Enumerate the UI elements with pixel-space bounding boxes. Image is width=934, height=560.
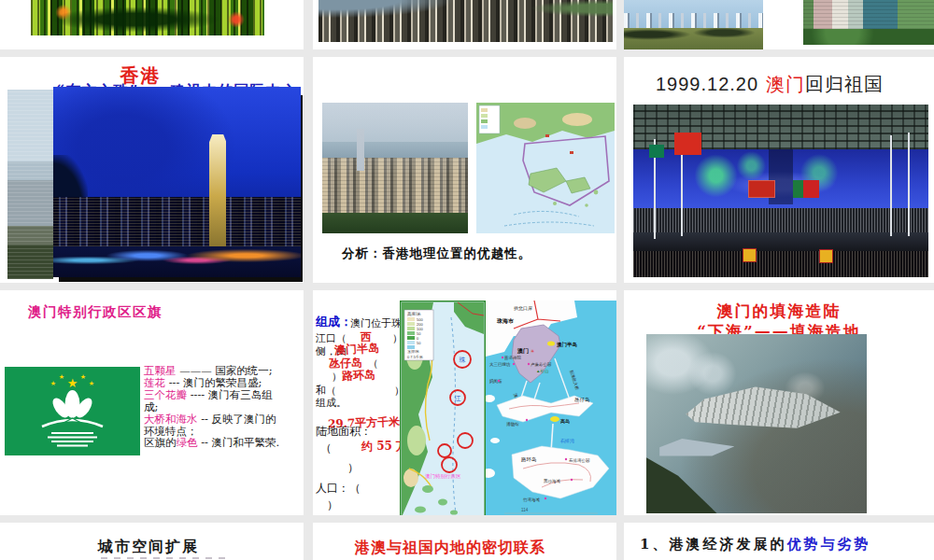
slide-sorter-page: { "page": {"background":"#e9e9e9","slide… (0, 0, 934, 560)
analysis-caption: 分析：香港地理位置的优越性。 (342, 245, 531, 262)
slide-thumb-city-pair[interactable] (624, 0, 934, 49)
composition-label: 组成： (316, 314, 352, 330)
legend-swatch (407, 341, 415, 344)
legend-swatch (407, 327, 415, 330)
crowd (633, 251, 928, 277)
portugal-flag-panel (793, 180, 819, 198)
circled-char: 江 (455, 395, 461, 402)
slide-thumb-mainland-ties[interactable]: 港澳与祖国内地的密切联系 (313, 523, 616, 560)
slide-land-reclamation[interactable]: 澳门的填海造陆 “下海”——填海造地 (624, 290, 934, 515)
flag-pole (908, 133, 910, 236)
star-icon: ★ (89, 380, 94, 386)
map-label-songshan: ▲松山 (536, 369, 548, 373)
hk-region-map (476, 103, 615, 233)
highlight-dot (547, 341, 555, 345)
emblem (743, 248, 757, 262)
field (624, 28, 763, 49)
composition-text: ） (327, 497, 338, 513)
star-icon: ★ (59, 373, 64, 380)
map-mark (545, 134, 549, 137)
buildings (803, 0, 934, 29)
return-title: 1999.12.20澳门回归祖国 (656, 72, 884, 97)
green-night-city-photo (31, 0, 264, 35)
map-label-zhuhai: 珠海市 (496, 317, 514, 325)
poi-dot (513, 363, 515, 365)
return-highlight: 澳门 (766, 74, 805, 94)
stage-floor (633, 232, 928, 251)
audience-stands (633, 208, 928, 232)
note-text: -- 澳门和平繁荣. (198, 436, 280, 449)
campus-photo (803, 0, 934, 45)
islet (594, 190, 599, 195)
slide-thumb-urban-expansion[interactable]: 城市空间扩展 (0, 523, 304, 560)
poi-dot (528, 363, 530, 365)
map-label-macau: 澳门 (517, 347, 529, 355)
macau-topographic-map: 高度/米 500 200 100 50 0 50 水深/米 0 7.5千米 珠 … (400, 301, 486, 515)
map-label-puji: 普济禅院 (503, 355, 522, 360)
star-icon: ★ (67, 376, 78, 390)
return-date: 1999.12.20 (656, 74, 758, 94)
slide-macau-composition[interactable]: 组成： 澳门位于珠 江口（ 西 ） 侧，由 澳门半岛 氹仔岛 （ ） 路环岛 和… (313, 290, 616, 515)
note-term: 大桥和海水 (144, 413, 198, 426)
flag-symbolism-notes: 五颗星 ——— 国家的统一; 莲花 --- 澳门的繁荣昌盛; 三个花瓣 ----… (144, 365, 303, 449)
legend-swatch (481, 119, 488, 123)
slide-macau-flag[interactable]: 澳门特别行政区区旗 ★ ★ ★ ★ ★ 五颗星 ——— 国家的统一; 莲花 --… (0, 290, 304, 515)
map-label-peninsula: 澳门半岛 (557, 342, 577, 348)
map-label-museum: 博物馆 (506, 421, 519, 427)
note-term: 莲花 (144, 376, 165, 389)
handwritten-answer-coloane: 路环岛 (342, 367, 376, 384)
note-line: 区旗的绿色 -- 澳门和平繁荣. (144, 437, 303, 449)
poi-dot (526, 419, 528, 421)
slide-hk-location-analysis[interactable]: 分析：香港地理位置的优越性。 (313, 57, 616, 283)
map-label-shipai-park: 石排湾公园 (569, 457, 590, 464)
economy-title: 1、港澳经济发展的优势与劣势 (640, 536, 870, 553)
population-label: 人口：（ (316, 481, 361, 497)
highlight-dot (550, 416, 559, 422)
composition-text: 组成。 (316, 396, 347, 410)
macau-city-map: 拱北口岸 珠海市 澳门半岛 澳门 ✳ 普济禅院 大三巴牌坊 卢廉若公园 ▲松山 … (486, 301, 616, 515)
map-label-coloane: 路环岛 (521, 456, 537, 463)
china-flag-panel (748, 180, 774, 198)
trees (803, 29, 934, 45)
islet (450, 510, 458, 514)
poi-dot (571, 479, 573, 481)
reclaimed-airport-photo (646, 334, 867, 513)
legend-swatch (407, 317, 415, 321)
note-text: --- 澳门的繁荣昌盛; (165, 376, 262, 389)
map-scale: 0 7.5千米 (407, 355, 423, 359)
capital-star-icon: ✳ (531, 348, 534, 354)
ifc-tower (209, 134, 227, 246)
slide-hongkong[interactable]: 香港 “东方之珠”——建设中的国际中心 (0, 57, 304, 283)
map-label-shipaiwan: 石排湾 (560, 438, 574, 444)
map-mark (570, 151, 573, 154)
legend-swatch (481, 114, 488, 118)
economy-title-black: 1、港澳经济发展的 (640, 536, 786, 553)
slide-thumb-green-city[interactable] (0, 0, 304, 49)
flag-pole (890, 135, 892, 235)
poi-dot (498, 380, 500, 382)
region-label: 澳门特别行政区 (425, 473, 461, 480)
harbour-reflections (53, 246, 301, 277)
lit-towers (53, 197, 301, 246)
circled-char: 珠 (460, 357, 466, 363)
map-label-heisha: 黑沙海滩 (544, 479, 561, 483)
map-label-mage: 妈阁庙 (489, 378, 502, 385)
map-label-gaodao: 高岛 (560, 418, 570, 425)
slide-macau-return[interactable]: 1999.12.20澳门回归祖国 (624, 57, 934, 283)
terrain-patch (562, 113, 592, 126)
islet (438, 499, 447, 506)
hk-day-strip-photo (7, 90, 53, 279)
terrain-patch (407, 426, 426, 455)
poi-dot (545, 497, 546, 499)
note-text: ——— 国家的统一; (177, 364, 273, 377)
map-label-gongbei: 拱北口岸 (514, 305, 532, 312)
star-icon: ★ (50, 380, 56, 386)
hk-aerial-photo (318, 0, 613, 42)
legend-tick: 50 (417, 341, 421, 345)
note-term: 三个花瓣 (144, 388, 187, 401)
longitude-label: 114 (521, 508, 529, 512)
legend-depth: 水深/米 (407, 349, 419, 354)
note-term: 五颗星 (144, 364, 177, 377)
slide-thumb-economy[interactable]: 1、港澳经济发展的优势与劣势 (624, 523, 934, 560)
slide-thumb-hk-aerial[interactable] (313, 0, 616, 49)
